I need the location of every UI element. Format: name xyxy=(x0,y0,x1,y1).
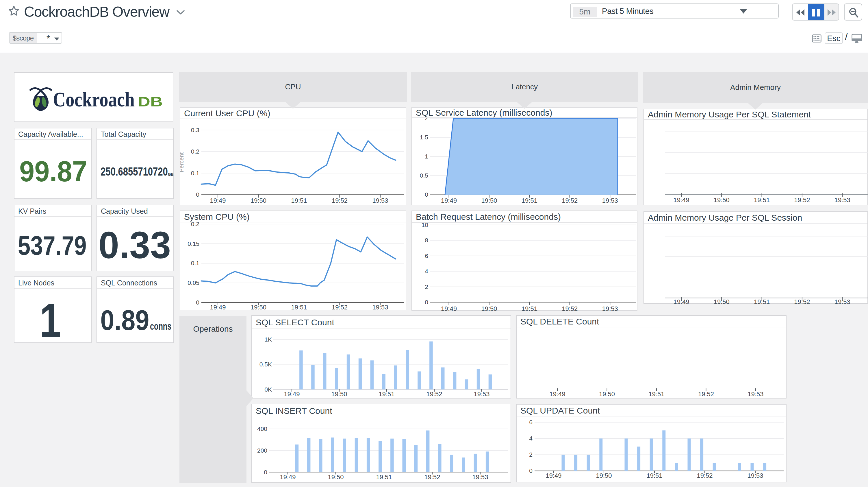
svg-text:19:50: 19:50 xyxy=(481,305,497,311)
svg-text:0: 0 xyxy=(425,299,428,306)
svg-text:19:52: 19:52 xyxy=(424,474,440,481)
svg-text:19:49: 19:49 xyxy=(673,298,689,304)
svg-text:19:52: 19:52 xyxy=(794,298,810,304)
svg-text:19:49: 19:49 xyxy=(210,197,226,204)
svg-text:1.5: 1.5 xyxy=(420,134,428,141)
svg-text:19:49: 19:49 xyxy=(546,472,561,479)
svg-text:19:52: 19:52 xyxy=(696,472,713,479)
svg-text:19:49: 19:49 xyxy=(441,197,457,204)
svg-text:2: 2 xyxy=(529,451,532,458)
svg-text:Cockroach: Cockroach xyxy=(53,88,135,111)
svg-text:0.1: 0.1 xyxy=(191,170,199,176)
svg-text:19:50: 19:50 xyxy=(714,298,730,304)
svg-text:19:49: 19:49 xyxy=(673,196,689,204)
svg-text:0.05: 0.05 xyxy=(188,279,199,286)
svg-text:19:51: 19:51 xyxy=(291,304,307,311)
svg-text:0: 0 xyxy=(529,467,532,474)
svg-text:19:52: 19:52 xyxy=(332,197,348,204)
svg-text:0.3: 0.3 xyxy=(191,127,199,133)
svg-text:Percent: Percent xyxy=(180,152,185,172)
svg-text:19:53: 19:53 xyxy=(473,391,490,398)
svg-text:19:50: 19:50 xyxy=(714,196,730,204)
svg-text:0.5: 0.5 xyxy=(420,172,428,179)
svg-text:0: 0 xyxy=(425,191,428,198)
svg-text:19:52: 19:52 xyxy=(426,391,442,398)
svg-text:19:51: 19:51 xyxy=(522,197,537,204)
svg-text:8: 8 xyxy=(425,237,428,244)
svg-text:19:49: 19:49 xyxy=(210,304,226,311)
svg-text:0: 0 xyxy=(264,469,267,476)
svg-text:19:50: 19:50 xyxy=(481,197,497,204)
svg-text:19:52: 19:52 xyxy=(794,196,810,204)
svg-text:19:53: 19:53 xyxy=(372,304,388,311)
svg-text:19:53: 19:53 xyxy=(602,197,618,204)
svg-text:19:52: 19:52 xyxy=(562,197,578,204)
svg-text:DB: DB xyxy=(138,94,163,109)
svg-text:19:50: 19:50 xyxy=(599,391,615,398)
svg-text:19:49: 19:49 xyxy=(280,474,296,481)
svg-text:0.15: 0.15 xyxy=(188,240,199,247)
svg-text:6: 6 xyxy=(425,253,428,259)
svg-text:19:49: 19:49 xyxy=(549,391,565,398)
svg-text:0.1: 0.1 xyxy=(191,260,199,266)
svg-text:19:53: 19:53 xyxy=(835,298,850,304)
svg-text:400: 400 xyxy=(257,425,267,432)
svg-text:19:50: 19:50 xyxy=(596,472,612,479)
svg-text:19:50: 19:50 xyxy=(331,391,347,398)
svg-text:0.5K: 0.5K xyxy=(259,361,272,368)
svg-text:19:49: 19:49 xyxy=(441,305,457,311)
svg-text:19:51: 19:51 xyxy=(376,474,392,481)
svg-text:19:50: 19:50 xyxy=(250,197,267,204)
svg-text:2: 2 xyxy=(425,283,428,290)
svg-text:19:53: 19:53 xyxy=(472,474,488,481)
svg-text:0.2: 0.2 xyxy=(191,148,199,155)
svg-text:19:53: 19:53 xyxy=(835,196,850,204)
svg-text:6: 6 xyxy=(529,419,532,425)
svg-text:19:53: 19:53 xyxy=(372,197,388,204)
svg-text:19:51: 19:51 xyxy=(648,391,664,398)
svg-text:19:51: 19:51 xyxy=(378,391,395,398)
svg-text:4: 4 xyxy=(529,435,532,441)
svg-text:0: 0 xyxy=(196,191,199,198)
svg-text:19:53: 19:53 xyxy=(747,472,763,479)
svg-text:19:51: 19:51 xyxy=(522,305,537,311)
svg-text:0: 0 xyxy=(196,299,199,306)
svg-text:19:50: 19:50 xyxy=(328,474,344,481)
svg-text:1: 1 xyxy=(425,153,428,160)
svg-text:19:51: 19:51 xyxy=(291,197,307,204)
svg-text:0K: 0K xyxy=(265,386,272,393)
svg-text:19:53: 19:53 xyxy=(602,305,618,311)
svg-text:1K: 1K xyxy=(265,336,272,343)
svg-text:4: 4 xyxy=(425,268,428,275)
svg-text:19:52: 19:52 xyxy=(332,304,348,311)
svg-text:19:52: 19:52 xyxy=(562,305,578,311)
svg-text:19:52: 19:52 xyxy=(698,391,714,398)
svg-text:19:49: 19:49 xyxy=(284,391,300,398)
svg-text:200: 200 xyxy=(257,447,267,454)
svg-text:19:53: 19:53 xyxy=(747,391,764,398)
svg-text:19:51: 19:51 xyxy=(646,472,662,479)
svg-text:19:50: 19:50 xyxy=(250,304,267,311)
svg-text:19:51: 19:51 xyxy=(754,196,770,204)
svg-text:19:51: 19:51 xyxy=(754,298,770,304)
